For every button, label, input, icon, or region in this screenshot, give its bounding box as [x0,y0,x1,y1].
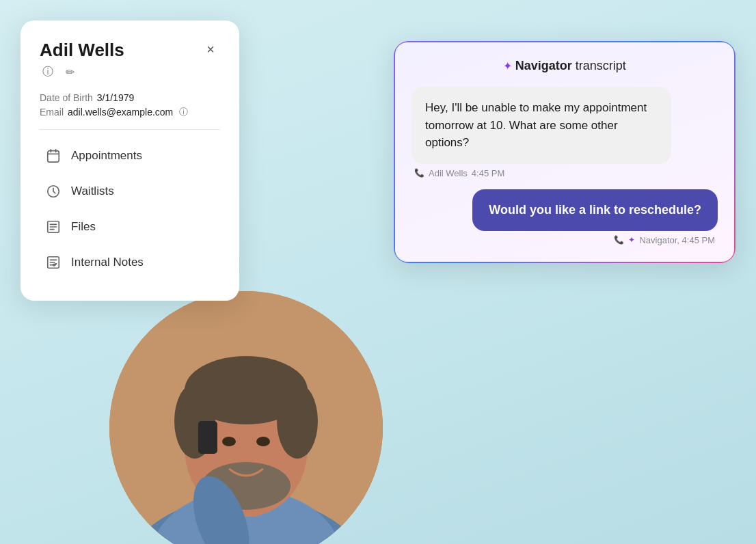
email-info-icon: ⓘ [179,106,188,118]
email-info-button[interactable]: ⓘ [177,106,189,118]
transcript-header: ✦ Navigator transcript [411,59,718,73]
info-button[interactable]: ⓘ [40,64,56,80]
transcript-title-suffix: transcript [576,59,626,72]
transcript-title: ✦ Navigator transcript [503,59,626,72]
navigator-message-meta: 📞 ✦ Navigator, 4:45 PM [614,235,718,245]
email-label: Email [40,107,64,118]
appointments-label: Appointments [71,149,142,163]
header-actions: ⓘ ✏ [40,64,124,80]
waitlists-label: Waitlists [71,185,114,198]
svg-rect-13 [48,151,59,163]
file-icon [45,219,62,235]
svg-rect-11 [198,421,217,454]
transcript-content: ✦ Navigator transcript Hey, I'll be unab… [411,59,718,245]
navigator-message-text: Would you like a link to reschedule? [489,203,701,217]
notes-icon [45,254,62,271]
menu-items: Appointments Waitlists Files [40,139,220,279]
user-phone-icon: 📞 [414,168,424,178]
message-navigator: Would you like a link to reschedule? 📞 ✦… [472,189,718,245]
user-bubble: Hey, I'll be unable to make my appointme… [411,87,671,164]
menu-item-files[interactable]: Files [40,210,220,243]
dob-value: 3/1/1979 [97,92,135,103]
menu-item-waitlists[interactable]: Waitlists [40,175,220,208]
name-section: Adil Wells ⓘ ✏ [40,40,124,80]
navigator-sender: Navigator, 4:45 PM [639,235,715,245]
svg-point-8 [222,437,236,446]
dob-label: Date of Birth [40,92,93,103]
card-header: Adil Wells ⓘ ✏ × [40,40,220,80]
dob-row: Date of Birth 3/1/1979 [40,92,220,103]
files-label: Files [71,220,96,234]
clock-icon [45,183,62,200]
email-row: Email adil.wells@example.com ⓘ [40,106,220,118]
edit-button[interactable]: ✏ [62,64,78,80]
info-icon: ⓘ [42,65,53,79]
patient-card: Adil Wells ⓘ ✏ × Date of Birth 3/1/1979 … [21,21,239,301]
close-button[interactable]: × [201,40,220,59]
transcript-title-navigator: Navigator [515,59,572,72]
calendar-icon [45,148,62,164]
user-message-text: Hey, I'll be unable to make my appointme… [425,101,647,149]
navigator-bubble: Would you like a link to reschedule? [472,189,718,231]
menu-item-internal-notes[interactable]: Internal Notes [40,246,220,279]
email-value: adil.wells@example.com [68,107,173,118]
sparkle-icon: ✦ [503,60,515,72]
svg-point-7 [277,383,318,459]
user-time: 4:45 PM [472,168,504,178]
patient-info: Date of Birth 3/1/1979 Email adil.wells@… [40,92,220,118]
message-user: Hey, I'll be unable to make my appointme… [411,87,671,178]
internal-notes-label: Internal Notes [71,256,144,269]
patient-name: Adil Wells [40,40,124,61]
user-message-meta: 📞 Adil Wells 4:45 PM [411,168,671,178]
close-icon: × [206,42,215,57]
navigator-phone-icon: 📞 [614,235,624,245]
messages-container: Hey, I'll be unable to make my appointme… [411,87,718,245]
user-sender: Adil Wells [429,168,468,178]
edit-icon: ✏ [66,66,75,79]
svg-point-9 [256,437,270,446]
menu-item-appointments[interactable]: Appointments [40,139,220,172]
navigator-sparkle-icon: ✦ [628,235,635,245]
transcript-panel: ✦ Navigator transcript Hey, I'll be unab… [394,41,735,263]
divider [40,129,220,130]
